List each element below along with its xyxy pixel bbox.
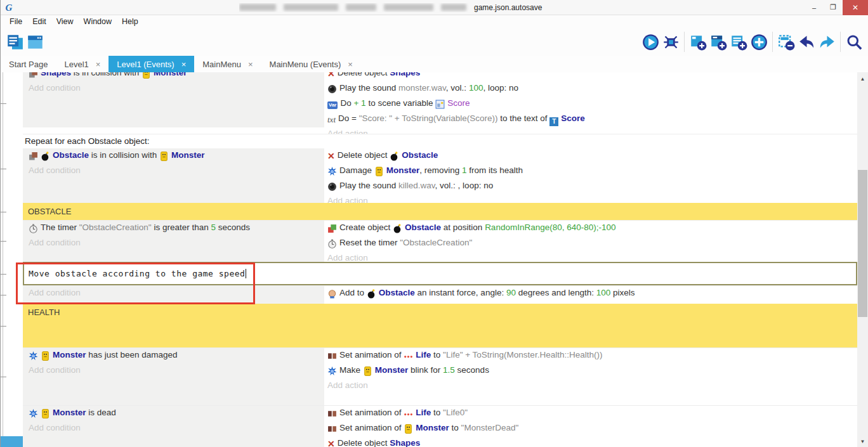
condition-line[interactable]: Obstacle is in collision with Monster [29,148,324,164]
actions-column: Add to Obstacle an instant force, angle:… [324,286,857,304]
fold-tick-icon[interactable] [1,326,6,327]
add-action-button[interactable]: Add action [327,251,857,262]
event-text: Play the sound [339,83,398,93]
comment-move-obstacle[interactable]: Move obstacle according to the game spee… [23,262,857,285]
scroll-down-arrow-icon[interactable]: ▼ [857,436,868,447]
tab-level1[interactable]: Level1× [56,56,109,72]
action-line[interactable]: Make Monster blink for 1.5 seconds [327,363,857,379]
action-line[interactable]: Create object Obstacle at position Rando… [327,221,857,236]
event-text: RandomInRange(80, 640-80);-100 [485,223,615,232]
fold-tick-icon[interactable] [1,377,6,377]
event-shapes-collision[interactable]: Shapes is in collision with MonsterAdd c… [23,72,857,134]
action-line[interactable]: Play the sound monster.wav, vol.: 100, l… [327,81,857,96]
fold-tick-icon[interactable] [1,274,6,275]
event-text: = [352,113,359,123]
debug-icon[interactable] [661,32,681,52]
redo-icon[interactable] [817,32,837,52]
menu-window[interactable]: Window [79,15,117,28]
tab-start-page[interactable]: Start Page [1,56,56,72]
fold-tick-icon[interactable] [1,212,6,212]
event-columns: Shapes is in collision with MonsterAdd c… [23,72,857,127]
restore-button[interactable]: ❐ [824,0,843,15]
tab-close-icon[interactable]: × [248,60,253,69]
action-line[interactable]: Set animation of Life to "Life0" [327,406,857,421]
event-monster-dead[interactable]: Monster is deadAdd conditionSet animatio… [23,405,857,447]
condition-line[interactable]: Shapes is in collision with Monster [29,72,324,81]
tab-mainmenu[interactable]: MainMenu× [194,56,261,72]
add-comment-icon[interactable] [728,32,749,52]
action-line[interactable]: ✕Delete object Shapes [327,436,857,447]
action-line[interactable]: ✕Delete object Obstacle [327,148,857,164]
event-columns: Obstacle is in collision with MonsterAdd… [23,148,857,203]
menu-edit[interactable]: Edit [27,15,51,28]
menu-help[interactable]: Help [117,15,143,28]
action-line[interactable]: VarDo + 1 to scene variable Score [327,96,857,112]
add-action-button[interactable]: Add action [327,379,857,392]
undo-icon[interactable] [796,32,817,52]
add-condition-button[interactable]: Add condition [29,81,324,95]
group-obstacle[interactable]: OBSTACLE [23,203,857,220]
event-obstacle-force[interactable]: Add conditionAdd to Obstacle an instant … [23,285,857,304]
menu-view[interactable]: View [51,15,79,28]
menu-file[interactable]: File [4,15,27,28]
action-line[interactable]: Play the sound killed.wav, vol.: , loop:… [327,179,857,194]
tab-mainmenu-events-[interactable]: MainMenu (Events)× [261,56,361,72]
add-action-button[interactable]: Add action [327,127,857,134]
add-condition-button[interactable]: Add condition [29,363,324,377]
scroll-up-arrow-icon[interactable]: ▲ [857,74,868,84]
tab-level1-events-[interactable]: Level1 (Events)× [109,56,194,72]
scrollbar-thumb[interactable] [858,170,867,317]
event-text: Obstacle [379,288,415,297]
condition-line[interactable]: Monster has just been damaged [29,348,324,363]
event-monster-damaged[interactable]: Monster has just been damagedAdd conditi… [23,347,857,405]
search-icon[interactable] [844,32,864,52]
tab-close-icon[interactable]: × [348,60,353,69]
event-foreach-obstacle[interactable]: Repeat for each Obstacle object:Obstacle… [23,134,857,203]
event-text: Play the sound [339,181,398,190]
scene-window-icon[interactable] [25,32,45,52]
vertical-scrollbar[interactable]: ▲ ▼ [857,72,868,447]
menu-bar: File Edit View Window Help [1,15,868,28]
add-condition-button[interactable]: Add condition [29,164,324,178]
action-line[interactable]: Set animation of Life to "Life" + ToStri… [327,348,857,363]
event-text: an instant force, angle: [415,288,506,297]
project-manager-icon[interactable] [4,32,25,52]
add-event-icon[interactable] [688,32,708,52]
comment-edit-input[interactable]: Move obstacle according to the game spee… [23,262,857,285]
action-line[interactable]: Reset the timer "ObstacleCreation" [327,236,857,251]
remove-event-icon[interactable] [776,32,796,52]
group-health[interactable]: HEALTH [23,304,857,347]
fold-tick-icon[interactable] [1,103,6,104]
close-button[interactable]: ✕ [843,0,868,15]
group-banner-label: OBSTACLE [23,203,857,220]
tab-close-icon[interactable]: × [181,60,187,69]
event-text: Obstacle [405,223,441,232]
tab-close-icon[interactable]: × [96,60,101,69]
add-action-button[interactable]: Add action [327,194,857,203]
collision-icon [29,72,38,81]
event-text: Delete object [338,72,390,77]
event-obstacle-timer[interactable]: The timer "ObstacleCreation" is greater … [23,220,857,262]
add-condition-button[interactable]: Add condition [29,236,324,250]
play-icon[interactable] [640,32,661,52]
action-line[interactable]: Add to Obstacle an instant force, angle:… [327,286,857,301]
add-subevent-icon[interactable] [708,32,728,52]
action-line[interactable]: ✕Delete object Shapes [327,72,857,81]
fold-tick-icon[interactable] [1,169,6,169]
fold-tick-icon[interactable] [1,241,6,242]
minimize-button[interactable]: – [805,0,824,15]
add-condition-button[interactable]: Add condition [29,421,324,435]
add-condition-button[interactable]: Add condition [29,286,324,300]
add-circle-icon[interactable] [749,32,769,52]
obstacle-icon [367,287,376,301]
comment-text: Move obstacle according to the game spee… [29,269,245,278]
events-sheet: Shapes is in collision with MonsterAdd c… [1,72,868,447]
condition-line[interactable]: The timer "ObstacleCreation" is greater … [29,221,324,236]
events-gutter [1,72,23,447]
fold-tick-icon[interactable] [1,295,6,295]
event-text: Shapes [390,438,420,447]
action-line[interactable]: Set animation of Monster to "MonsterDead… [327,421,857,436]
condition-line[interactable]: Monster is dead [29,406,324,421]
action-line[interactable]: txtDo = "Score: " + ToString(Variable(Sc… [327,112,857,127]
action-line[interactable]: Damage Monster, removing 1 from its heal… [327,164,857,179]
